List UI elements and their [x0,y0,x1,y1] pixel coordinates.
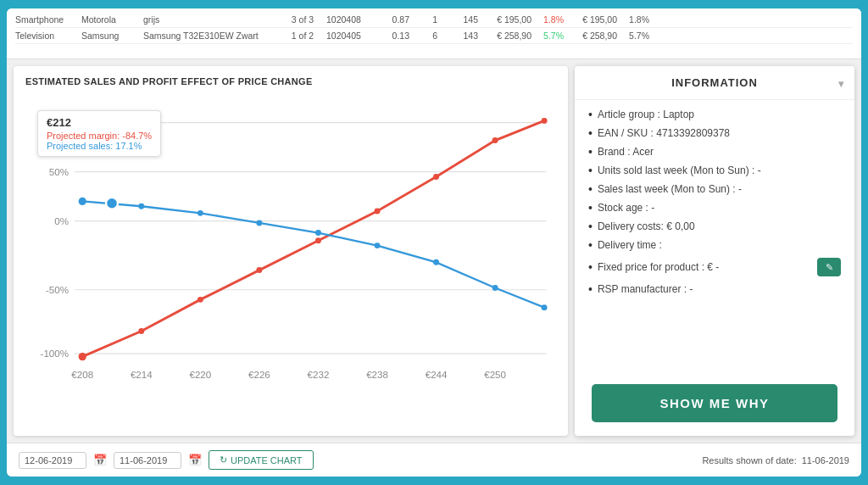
chart-area: 100% 50% 0% -50% -100% [25,93,556,427]
update-chart-button[interactable]: ↻ UPDATE CHART [209,450,314,470]
bullet-icon: • [588,220,593,232]
cell-price2: € 195,00 [570,14,617,25]
calendar-from-icon[interactable]: 📅 [93,454,107,466]
svg-point-28 [106,198,118,209]
cell-pct2: 1.8% [624,14,649,25]
svg-text:50%: 50% [49,167,69,177]
svg-text:0%: 0% [54,216,69,226]
results-date: 11-06-2019 [802,455,849,465]
info-item-rsp: • RSP manufacturer : - [588,283,841,295]
calendar-to-icon[interactable]: 📅 [188,454,202,466]
svg-point-20 [138,203,144,209]
show-me-why-button[interactable]: SHOW ME WHY [592,384,837,422]
item-label: Brand : Acer [598,146,841,158]
update-label: UPDATE CHART [231,455,303,465]
date-from-input[interactable] [19,452,86,469]
cell-n1: 0.87 [384,14,409,25]
svg-point-11 [138,328,144,334]
cell-n2: 1 [416,14,437,25]
svg-point-23 [315,230,321,236]
svg-point-19 [79,198,86,205]
info-item-fixed-price: • Fixed price for product : € - ✎ [588,258,841,276]
bullet-icon: • [588,164,593,176]
svg-text:€250: €250 [484,370,506,380]
fixed-price-edit-button[interactable]: ✎ [817,258,841,276]
date-to-input[interactable] [114,452,181,469]
bottom-right: Results shown of date: 11-06-2019 [702,455,849,465]
svg-point-27 [542,304,548,310]
svg-text:€214: €214 [131,370,153,380]
table-row: Television Samsung Samsung T32E310EW Zwa… [15,28,853,44]
svg-point-17 [492,137,498,143]
svg-text:€208: €208 [71,370,93,380]
cell-pages: 1 of 2 [286,31,320,41]
svg-text:€238: €238 [366,370,388,380]
item-label: Fixed price for product : € - [598,261,812,273]
bullet-icon: • [588,261,593,273]
svg-text:-50%: -50% [46,285,69,295]
bullet-icon: • [588,239,593,251]
cell-n3: 145 [444,14,478,25]
svg-point-16 [433,174,439,180]
svg-text:€220: €220 [189,370,211,380]
bullet-icon: • [588,283,593,295]
svg-point-18 [542,118,548,124]
info-title: INFORMATION [671,76,758,89]
svg-point-21 [198,210,203,216]
svg-text:€232: €232 [308,370,330,380]
item-label: EAN / SKU : 4713392809378 [598,127,841,139]
cell-brand: Samsung [81,31,136,41]
info-item-sales-last-week: • Sales last week (Mon to Sun) : - [588,183,841,195]
svg-point-10 [79,353,86,360]
info-header: INFORMATION ▾ [575,66,854,100]
cell-id: 1020405 [326,31,377,41]
cell-category: Smartphone [15,14,75,25]
top-table: Smartphone Motorola grijs 3 of 3 1020408… [7,8,861,59]
cell-n3: 143 [444,31,478,41]
cell-pct1: 1.8% [538,14,564,25]
bullet-icon: • [588,183,593,195]
item-label: Delivery time : [598,239,841,251]
cell-brand: Motorola [81,14,136,25]
info-item-ean: • EAN / SKU : 4713392809378 [588,127,841,139]
info-item-article-group: • Article group : Laptop [588,109,841,120]
svg-point-26 [492,285,498,291]
svg-point-13 [256,267,262,273]
chart-svg: 100% 50% 0% -50% -100% [25,93,556,427]
cell-price1: € 258,90 [485,31,531,41]
svg-text:€226: €226 [248,370,270,380]
info-item-brand: • Brand : Acer [588,146,841,158]
refresh-icon: ↻ [220,454,227,465]
edit-icon: ✎ [826,262,833,273]
svg-point-14 [315,237,321,243]
svg-text:100%: 100% [43,118,69,128]
item-label: Units sold last week (Mon to Sun) : - [598,164,841,176]
svg-point-12 [198,297,203,303]
info-item-stock-age: • Stock age : - [588,202,841,214]
chart-panel: ESTIMATED SALES AND PROFIT EFFECT OF PRI… [14,66,568,436]
bullet-icon: • [588,127,593,139]
content-area: ESTIMATED SALES AND PROFIT EFFECT OF PRI… [7,59,861,443]
info-scroll: • Article group : Laptop • EAN / SKU : 4… [575,100,854,376]
item-label: RSP manufacturer : - [598,283,841,295]
chart-title: ESTIMATED SALES AND PROFIT EFFECT OF PRI… [25,76,556,86]
svg-point-24 [375,242,381,248]
bullet-icon: • [588,146,593,158]
cell-id: 1020408 [326,14,377,25]
bottom-bar: 📅 📅 ↻ UPDATE CHART Results shown of date… [7,443,861,477]
table-row: Smartphone Motorola grijs 3 of 3 1020408… [15,12,853,28]
results-label: Results shown of date: [702,455,796,465]
item-label: Delivery costs: € 0,00 [598,220,841,232]
cell-pages: 3 of 3 [286,14,320,25]
cell-pct2: 5.7% [624,31,649,41]
item-label: Sales last week (Mon to Sun) : - [598,183,841,195]
info-item-units-sold: • Units sold last week (Mon to Sun) : - [588,164,841,176]
svg-point-15 [375,209,381,215]
cell-pct1: 5.7% [538,31,564,41]
svg-text:€244: €244 [426,370,448,380]
info-item-delivery-time: • Delivery time : [588,239,841,251]
chevron-down-icon[interactable]: ▾ [838,78,844,90]
cell-product: grijs [143,14,279,25]
item-label: Article group : Laptop [598,109,841,120]
pricing-label: PRICING ON 4713392809378 [25,434,556,436]
